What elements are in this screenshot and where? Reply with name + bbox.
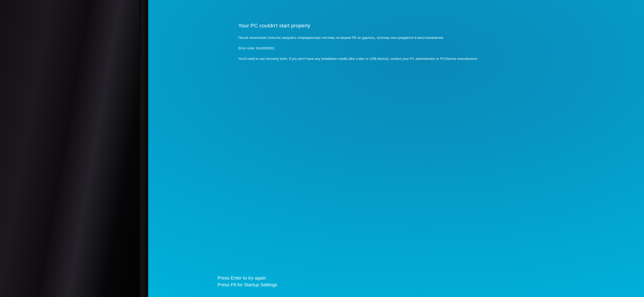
recovery-instructions: You'll need to use recovery tools. If yo…	[238, 56, 555, 61]
error-message-ru: После нескольких попыток загрузить опера…	[238, 35, 555, 40]
recovery-error-screen: Your PC couldn't start properly После не…	[148, 0, 644, 297]
prompt-enter[interactable]: Press Enter to try again	[218, 275, 277, 281]
photo-surroundings	[0, 0, 148, 297]
monitor-bezel	[139, 0, 148, 297]
key-prompts: Press Enter to try again Press F8 for St…	[218, 275, 277, 288]
error-content: Your PC couldn't start properly После не…	[238, 22, 555, 61]
error-code: Error code: 0xc0000001	[238, 46, 555, 50]
prompt-f8[interactable]: Press F8 for Startup Settings	[218, 281, 277, 288]
error-title: Your PC couldn't start properly	[238, 22, 555, 29]
